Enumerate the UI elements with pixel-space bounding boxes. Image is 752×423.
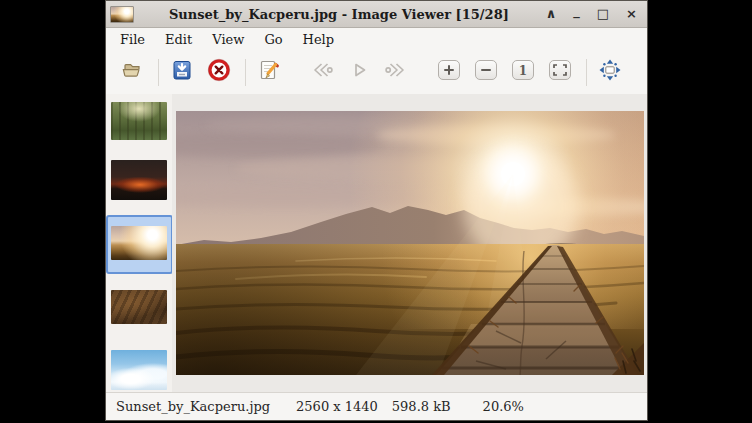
fullscreen-icon	[597, 57, 623, 87]
thumbnail-forest[interactable]	[111, 102, 167, 140]
play-slideshow-button[interactable]	[345, 58, 373, 86]
menubar: File Edit View Go Help	[106, 28, 647, 50]
thumbnail-dark-sunset[interactable]	[111, 160, 167, 200]
status-dimensions: 2560 x 1440	[296, 399, 378, 414]
thumbnail-sunset-field-selected[interactable]	[111, 226, 167, 260]
go-previous-icon	[309, 58, 335, 86]
toolbar-separator	[245, 59, 246, 86]
zoom-out-button[interactable]	[472, 58, 500, 86]
go-next-icon	[383, 58, 409, 86]
image-viewer-window: Sunset_by_Kacperu.jpg - Image Viewer [15…	[105, 0, 648, 421]
thumbnail-selected-highlight	[106, 215, 173, 274]
close-button[interactable]: ×	[626, 1, 637, 27]
delete-icon	[207, 58, 231, 86]
toolbar-separator	[586, 59, 587, 86]
minimize-button[interactable]: _	[573, 0, 580, 24]
zoom-out-icon	[473, 58, 499, 86]
content-area	[106, 94, 647, 392]
zoom-in-icon	[436, 58, 462, 86]
open-button[interactable]	[118, 58, 146, 86]
toolbar-separator	[158, 59, 159, 86]
window-app-icon	[110, 6, 134, 23]
statusbar: Sunset_by_Kacperu.jpg 2560 x 1440 598.8 …	[106, 392, 647, 420]
edit-button[interactable]	[255, 58, 283, 86]
menu-edit[interactable]: Edit	[155, 30, 202, 49]
zoom-actual-size-icon: 1	[510, 58, 536, 86]
status-zoom-level: 20.6%	[483, 399, 524, 414]
status-filesize: 598.8 kB	[392, 399, 451, 414]
thumbnail-soil[interactable]	[111, 290, 167, 324]
maximize-button[interactable]: □	[597, 1, 609, 27]
next-image-button[interactable]	[382, 58, 410, 86]
toolbar: 1	[106, 50, 647, 94]
menu-help[interactable]: Help	[293, 30, 345, 49]
zoom-actual-size-button[interactable]: 1	[509, 58, 537, 86]
window-title: Sunset_by_Kacperu.jpg - Image Viewer [15…	[140, 7, 538, 22]
thumbnail-clouds-sky[interactable]	[111, 350, 167, 390]
save-button[interactable]	[168, 58, 196, 86]
previous-image-button[interactable]	[308, 58, 336, 86]
edit-pencil-icon	[257, 58, 281, 86]
svg-text:1: 1	[519, 64, 527, 78]
window-controls: ∧ _ □ ×	[546, 1, 637, 27]
status-filename: Sunset_by_Kacperu.jpg	[116, 399, 270, 414]
play-icon	[347, 58, 371, 86]
zoom-fit-button[interactable]	[546, 58, 574, 86]
menu-go[interactable]: Go	[254, 30, 292, 49]
save-icon	[170, 58, 194, 86]
thumbnail-sidebar	[106, 94, 172, 392]
zoom-fit-icon	[547, 58, 573, 86]
menu-view[interactable]: View	[202, 30, 254, 49]
image-display-area	[172, 94, 647, 392]
fullscreen-button[interactable]	[596, 58, 624, 86]
shade-button[interactable]: ∧	[546, 1, 557, 27]
delete-button[interactable]	[205, 58, 233, 86]
titlebar[interactable]: Sunset_by_Kacperu.jpg - Image Viewer [15…	[106, 1, 647, 28]
zoom-in-button[interactable]	[435, 58, 463, 86]
menu-file[interactable]: File	[110, 30, 155, 49]
main-image-sunset-field	[176, 111, 644, 375]
open-folder-icon	[119, 58, 145, 86]
